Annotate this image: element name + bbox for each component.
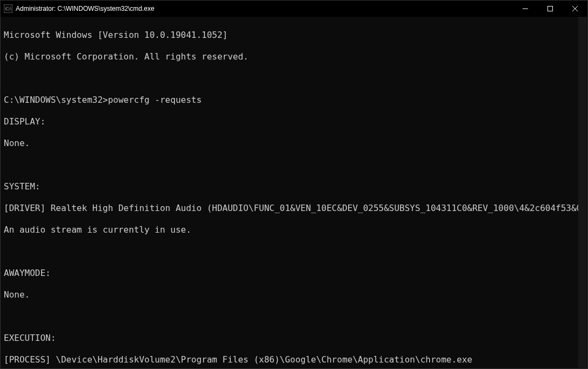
system-msg-line: An audio stream is currently in use. [4, 225, 584, 235]
svg-text:C:\: C:\ [5, 6, 12, 11]
minimize-button[interactable] [513, 1, 538, 17]
exec-process-line: [PROCESS] \Device\HarddiskVolume2\Progra… [4, 354, 584, 365]
system-driver-line: [DRIVER] Realtek High Definition Audio (… [4, 203, 584, 214]
vertical-scrollbar[interactable] [578, 17, 587, 368]
section-display: DISPLAY: [4, 116, 584, 127]
output-none: None. [4, 138, 584, 149]
prompt: C:\WINDOWS\system32> [4, 95, 108, 105]
output-none: None. [4, 289, 584, 300]
section-system: SYSTEM: [4, 181, 584, 192]
terminal-output[interactable]: Microsoft Windows [Version 10.0.19041.10… [1, 17, 587, 369]
svg-rect-3 [548, 6, 553, 11]
version-line: Microsoft Windows [Version 10.0.19041.10… [4, 30, 584, 41]
close-button[interactable] [563, 1, 587, 17]
title-bar: C:\ Administrator: C:\WINDOWS\system32\c… [1, 1, 587, 17]
copyright-line: (c) Microsoft Corporation. All rights re… [4, 51, 584, 62]
section-execution: EXECUTION: [4, 333, 584, 344]
section-awaymode: AWAYMODE: [4, 268, 584, 279]
maximize-button[interactable] [538, 1, 563, 17]
command-text: powercfg -requests [108, 95, 202, 105]
cmd-icon: C:\ [4, 4, 12, 13]
window-title: Administrator: C:\WINDOWS\system32\cmd.e… [16, 5, 155, 12]
